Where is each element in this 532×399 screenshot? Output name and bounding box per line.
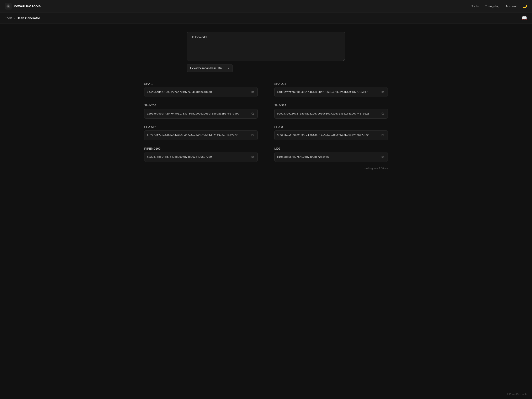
copy-icon: ⧉ bbox=[381, 112, 384, 115]
hash-section-md5: MD5 b10a8db164e0754105b7a99be72e3fe5 ⧉ bbox=[266, 144, 388, 165]
sha224-label: SHA-224 bbox=[274, 82, 388, 85]
hash-section-ripemd160: RIPEMD160 a830d7beb04eb7549ce990fb7dc962… bbox=[144, 144, 266, 165]
dark-mode-button[interactable]: 🌙 bbox=[522, 4, 527, 8]
sha224-value-row: c4890faffdb0105d991a461e668e276685401b02… bbox=[274, 87, 388, 97]
sha512-value: 2c74fd17edafd80e8447b0d46741ee243b7eb74d… bbox=[147, 134, 248, 137]
logo-icon bbox=[5, 3, 12, 10]
sha256-value: a591a6d40bf420404a011733cfb7b190d62c65bf… bbox=[147, 112, 248, 115]
sha224-value: c4890faffdb0105d991a461e668e276685401b02… bbox=[277, 91, 379, 94]
nav-tools[interactable]: Tools bbox=[471, 4, 479, 8]
copy-icon: ⧉ bbox=[252, 155, 254, 158]
main-content: Hello World Hexadecimnal (base 16) Base6… bbox=[139, 24, 393, 182]
breadcrumb-separator: › bbox=[14, 16, 15, 20]
hash-section-sha384: SHA-384 99514329186b2f6ae4a1329e7ee6c610… bbox=[266, 100, 388, 122]
hash-section-sha224: SHA-224 c4890faffdb0105d991a461e668e2766… bbox=[266, 79, 388, 100]
copy-icon: ⧉ bbox=[381, 155, 384, 158]
breadcrumb-current: Hash Generator bbox=[17, 16, 40, 20]
hash-results-grid: SHA-1 0a4d55a8d778e5022fab701977c5d840bb… bbox=[144, 79, 388, 165]
top-navigation: PowerDev.Tools Tools Changelog Account 🌙 bbox=[0, 0, 532, 13]
sha256-copy-button[interactable]: ⧉ bbox=[250, 111, 255, 116]
footer: © PowerDev.Tools bbox=[507, 393, 527, 396]
sha384-value: 99514329186b2f6ae4a1329e7ee6c610a7296363… bbox=[277, 112, 379, 115]
nav-account[interactable]: Account bbox=[505, 4, 517, 8]
sha384-label: SHA-384 bbox=[274, 104, 388, 107]
sha3-value: 3c52dbaa2d9902c35bcf80169c17e5ab4edfb28b… bbox=[277, 134, 379, 137]
md5-copy-button[interactable]: ⧉ bbox=[380, 154, 385, 160]
ripemd160-label: RIPEMD160 bbox=[144, 147, 258, 150]
sha1-value: 0a4d55a8d778e5022fab701977c5d840bbc486d0 bbox=[147, 91, 248, 94]
ripemd160-value: a830d7beb04eb7549ce990fb7dc962e499a27230 bbox=[147, 155, 248, 158]
sha3-copy-button[interactable]: ⧉ bbox=[380, 133, 385, 138]
sha1-value-row: 0a4d55a8d778e5022fab701977c5d840bbc486d0… bbox=[144, 87, 258, 97]
breadcrumb-parent[interactable]: Tools bbox=[5, 16, 12, 20]
md5-value-row: b10a8db164e0754105b7a99be72e3fe5 ⧉ bbox=[274, 152, 388, 162]
ripemd160-copy-button[interactable]: ⧉ bbox=[250, 154, 255, 160]
breadcrumb-bar: Tools › Hash Generator 📖 bbox=[0, 13, 532, 24]
hash-section-sha3: SHA-3 3c52dbaa2d9902c35bcf80169c17e5ab4e… bbox=[266, 122, 388, 144]
sha384-copy-button[interactable]: ⧉ bbox=[380, 111, 385, 116]
hash-section-sha512: SHA-512 2c74fd17edafd80e8447b0d46741ee24… bbox=[144, 122, 266, 144]
svg-point-2 bbox=[8, 6, 9, 7]
sha1-label: SHA-1 bbox=[144, 82, 258, 85]
format-select-wrapper: Hexadecimnal (base 16) Base64 Binary ▾ bbox=[187, 64, 345, 72]
copy-icon: ⧉ bbox=[381, 133, 384, 137]
hash-input[interactable]: Hello World bbox=[187, 32, 345, 61]
sha3-value-row: 3c52dbaa2d9902c35bcf80169c17e5ab4edfb28b… bbox=[274, 130, 388, 140]
copy-icon: ⧉ bbox=[252, 90, 254, 94]
brand-section: PowerDev.Tools bbox=[5, 3, 41, 10]
sha1-copy-button[interactable]: ⧉ bbox=[250, 89, 255, 95]
copy-icon: ⧉ bbox=[381, 90, 384, 94]
copy-icon: ⧉ bbox=[252, 133, 254, 137]
sha512-value-row: 2c74fd17edafd80e8447b0d46741ee243b7eb74d… bbox=[144, 130, 258, 140]
copy-icon: ⧉ bbox=[252, 112, 254, 115]
ripemd160-value-row: a830d7beb04eb7549ce990fb7dc962e499a27230… bbox=[144, 152, 258, 162]
format-select[interactable]: Hexadecimnal (base 16) Base64 Binary bbox=[187, 64, 233, 72]
sha256-value-row: a591a6d40bf420404a011733cfb7b190d62c65bf… bbox=[144, 109, 258, 119]
hash-section-sha1: SHA-1 0a4d55a8d778e5022fab701977c5d840bb… bbox=[144, 79, 266, 100]
nav-links: Tools Changelog Account 🌙 bbox=[471, 4, 527, 8]
moon-icon: 🌙 bbox=[522, 4, 527, 8]
md5-value: b10a8db164e0754105b7a99be72e3fe5 bbox=[277, 155, 379, 158]
sha384-value-row: 99514329186b2f6ae4a1329e7ee6c610a7296363… bbox=[274, 109, 388, 119]
nav-changelog[interactable]: Changelog bbox=[484, 4, 500, 8]
sha256-label: SHA-256 bbox=[144, 104, 258, 107]
sha3-label: SHA-3 bbox=[274, 125, 388, 129]
breadcrumb: Tools › Hash Generator bbox=[5, 16, 40, 20]
hash-section-sha256: SHA-256 a591a6d40bf420404a011733cfb7b190… bbox=[144, 100, 266, 122]
sha512-label: SHA-512 bbox=[144, 125, 258, 129]
input-section: Hello World Hexadecimnal (base 16) Base6… bbox=[144, 32, 388, 72]
sha512-copy-button[interactable]: ⧉ bbox=[250, 133, 255, 138]
brand-name: PowerDev.Tools bbox=[14, 4, 41, 8]
md5-label: MD5 bbox=[274, 147, 388, 150]
docs-icon[interactable]: 📖 bbox=[522, 15, 527, 20]
hashing-time: Hashing took 1.00 ms bbox=[144, 167, 388, 170]
sha224-copy-button[interactable]: ⧉ bbox=[380, 89, 385, 95]
